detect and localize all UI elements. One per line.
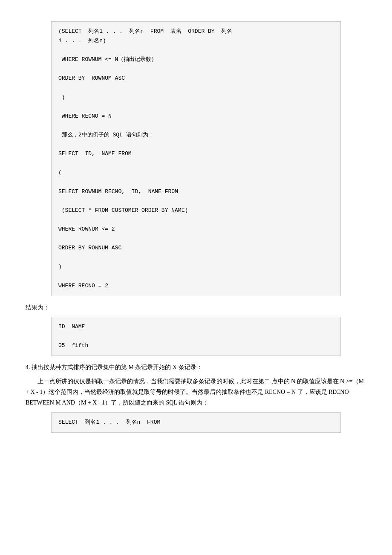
code-block-1: (SELECT 列名1 . . . 列名n FROM 表名 ORDER BY 列… [26, 21, 366, 296]
result-label: 结果为： [26, 303, 366, 312]
section-4-heading: 4. 抽出按某种方式排序的记录集中的第 M 条记录开始的 X 条记录： [26, 363, 366, 372]
code-block-2: SELECT 列名1 . . . 列名n FROM [26, 412, 366, 433]
paragraph-1: 上一点所讲的仅仅是抽取一条记录的情况，当我们需要抽取多条记录的时候，此时在第二 … [26, 376, 366, 408]
result-block-1: ID NAME 05 fifth [26, 317, 366, 356]
